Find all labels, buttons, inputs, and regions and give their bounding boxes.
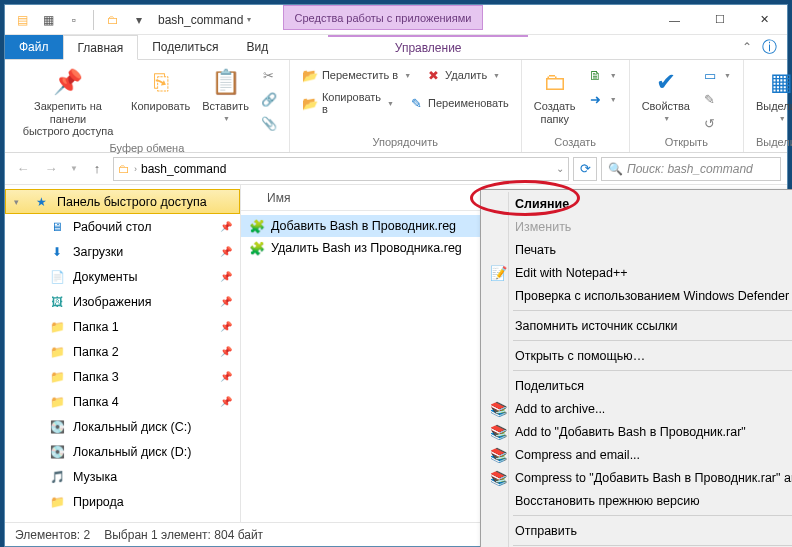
ctx-item[interactable]: Восстановить прежнюю версию (483, 489, 792, 512)
address-bar[interactable]: 🗀 › bash_command ⌄ (113, 157, 569, 181)
new-folder-button[interactable]: 🗀 Создать папку (530, 64, 580, 127)
properties-button[interactable]: ✔ Свойства ▼ (638, 64, 694, 125)
nav-item-label: Рабочий стол (73, 220, 151, 234)
select-all-label: Выделить (756, 100, 792, 113)
paste-shortcut-button[interactable]: 📎 (257, 112, 281, 134)
close-button[interactable]: ✕ (742, 5, 787, 34)
pin-icon: 📌 (220, 271, 232, 282)
ctx-item[interactable]: Слияние (483, 192, 792, 215)
addr-dd-icon[interactable]: ⌄ (556, 163, 564, 174)
nav-item[interactable]: 💽Локальный диск (C:) (5, 414, 240, 439)
ctx-item[interactable]: 📚Compress to "Добавить Bash в Проводник.… (483, 466, 792, 489)
nav-quick-label: Панель быстрого доступа (57, 195, 207, 209)
ctx-item[interactable]: Отправить▶ (483, 519, 792, 542)
ctx-item-label: Восстановить прежнюю версию (515, 494, 700, 508)
nav-item[interactable]: 📄Документы📌 (5, 264, 240, 289)
nav-item-label: Документы (73, 270, 137, 284)
paste-button[interactable]: 📋 Вставить ▼ (198, 64, 253, 125)
context-menu: СлияниеИзменитьПечать📝Edit with Notepad+… (480, 189, 792, 547)
tab-file[interactable]: Файл (5, 35, 63, 59)
ctx-item-label: Проверка с использованием Windows Defend… (515, 289, 789, 303)
collapse-ribbon-icon[interactable]: ⌃ (742, 40, 752, 54)
nav-item[interactable]: 🎵Музыка (5, 464, 240, 489)
ctx-separator (513, 370, 792, 371)
ctx-item[interactable]: Печать (483, 238, 792, 261)
refresh-button[interactable]: ⟳ (573, 157, 597, 181)
ribbon-group-organize: 📂Переместить в▼ ✖Удалить▼ 📂Копировать в▼… (290, 60, 522, 152)
cut-button[interactable]: ✂ (257, 64, 281, 86)
history-button[interactable]: ↺ (698, 112, 735, 134)
nav-item-label: Изображения (73, 295, 152, 309)
nav-item[interactable]: 🖥Рабочий стол📌 (5, 214, 240, 239)
delete-button[interactable]: ✖Удалить▼ (421, 64, 504, 86)
ctx-item[interactable]: 📚Add to "Добавить Bash в Проводник.rar" (483, 420, 792, 443)
search-placeholder: Поиск: bash_command (627, 162, 753, 176)
edit-button[interactable]: ✎ (698, 88, 735, 110)
search-input[interactable]: 🔍 Поиск: bash_command (601, 157, 781, 181)
nav-item[interactable]: 📁Папка 1📌 (5, 314, 240, 339)
nav-item[interactable]: 📁Природа (5, 489, 240, 514)
nav-item[interactable]: 📁Папка 4📌 (5, 389, 240, 414)
rename-button[interactable]: ✎Переименовать (404, 92, 513, 114)
open-button[interactable]: ▭▼ (698, 64, 735, 86)
star-icon: ★ (33, 194, 49, 210)
ctx-item-label: Запомнить источник ссылки (515, 319, 677, 333)
ctx-item[interactable]: 📚Add to archive... (483, 397, 792, 420)
ctx-item[interactable]: Открыть с помощью…▶ (483, 344, 792, 367)
copy-to-button[interactable]: 📂Копировать в▼ (298, 92, 398, 114)
nav-quick-access[interactable]: ▾ ★ Панель быстрого доступа (5, 189, 240, 214)
forward-button[interactable]: → (39, 157, 63, 181)
qat-sep (93, 10, 94, 30)
up-button[interactable]: ↑ (85, 157, 109, 181)
ctx-item[interactable]: Проверка с использованием Windows Defend… (483, 284, 792, 307)
copypath-button[interactable]: 🔗 (257, 88, 281, 110)
help-icon[interactable]: ⓘ (762, 38, 777, 57)
expand-icon[interactable]: ▾ (14, 197, 19, 207)
nav-item[interactable]: 📁Папка 2📌 (5, 339, 240, 364)
title-drop-icon[interactable]: ▾ (247, 15, 251, 24)
cut-icon: ✂ (261, 67, 277, 83)
qat-props-icon[interactable]: ▦ (37, 9, 59, 31)
rename-icon: ✎ (408, 95, 424, 111)
ctx-item[interactable]: 📝Edit with Notepad++ (483, 261, 792, 284)
nav-item[interactable]: 💽Локальный диск (D:) (5, 439, 240, 464)
ribbon-group-select: ▦ Выделить ▼ Выделить (744, 60, 792, 152)
copy-icon: ⎘ (145, 66, 177, 98)
ctx-item[interactable]: 📚Compress and email... (483, 443, 792, 466)
tab-manage[interactable]: Управление (328, 35, 528, 59)
new-item-button[interactable]: 🗎▼ (584, 64, 621, 86)
maximize-button[interactable]: ☐ (697, 5, 742, 34)
nav-item[interactable]: 📁Папка 3📌 (5, 364, 240, 389)
ctx-item[interactable]: Поделиться (483, 374, 792, 397)
copy-button[interactable]: ⎘ Копировать (127, 64, 194, 115)
qat-newfolder-icon[interactable]: ▫ (63, 9, 85, 31)
tab-home[interactable]: Главная (63, 35, 139, 60)
new-item-icon: 🗎 (588, 67, 604, 83)
properties-icon: ✔ (650, 66, 682, 98)
easy-access-button[interactable]: ➜▼ (584, 88, 621, 110)
tab-share[interactable]: Поделиться (138, 35, 232, 59)
qat-folder-icon[interactable]: 🗀 (102, 9, 124, 31)
ctx-separator (513, 545, 792, 546)
nav-item-icon: 💽 (49, 419, 65, 435)
minimize-button[interactable]: — (652, 5, 697, 34)
pin-label: Закрепить на панели быстрого доступа (17, 100, 119, 138)
select-all-button[interactable]: ▦ Выделить ▼ (752, 64, 792, 125)
nav-item[interactable]: 🖼Изображения📌 (5, 289, 240, 314)
pin-icon: 📌 (220, 321, 232, 332)
pin-quickaccess-button[interactable]: 📌 Закрепить на панели быстрого доступа (13, 64, 123, 140)
nav-item-icon: 📁 (49, 394, 65, 410)
tab-view[interactable]: Вид (232, 35, 282, 59)
ctx-separator (513, 515, 792, 516)
app-icon[interactable]: ▤ (11, 9, 33, 31)
nav-pane: ▾ ★ Панель быстрого доступа 🖥Рабочий сто… (5, 185, 241, 522)
back-button[interactable]: ← (11, 157, 35, 181)
qat-dropdown-icon[interactable]: ▾ (128, 9, 150, 31)
move-to-button[interactable]: 📂Переместить в▼ (298, 64, 415, 86)
ctx-item[interactable]: Запомнить источник ссылки (483, 314, 792, 337)
nav-item-icon: 📁 (49, 319, 65, 335)
nav-item-icon: ⬇ (49, 244, 65, 260)
nav-item[interactable]: ⬇Загрузки📌 (5, 239, 240, 264)
ribbon-group-clipboard: 📌 Закрепить на панели быстрого доступа ⎘… (5, 60, 290, 152)
recent-dropdown[interactable]: ▼ (67, 157, 81, 181)
